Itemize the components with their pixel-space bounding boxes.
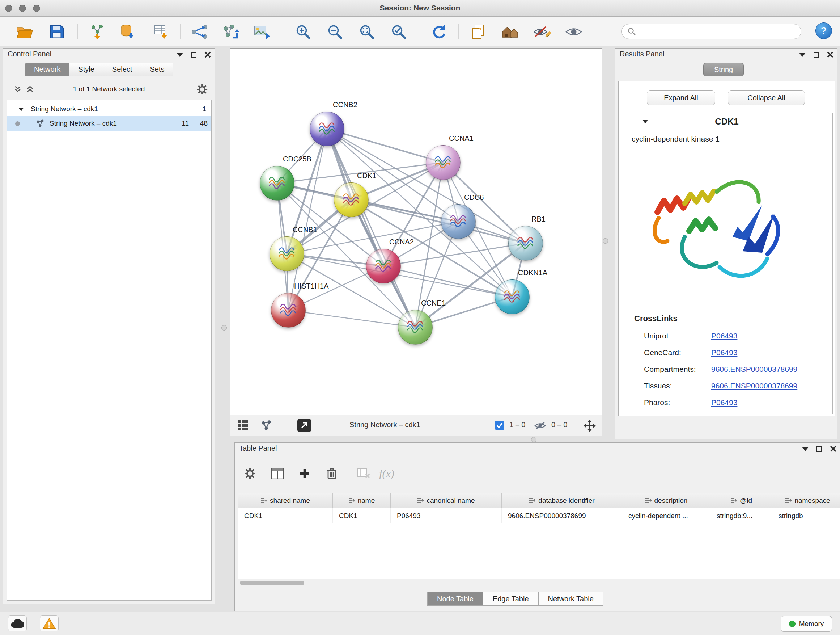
network-node-cdk1[interactable] <box>334 182 369 217</box>
right-splitter-handle[interactable] <box>603 238 608 244</box>
horizontal-splitter-handle[interactable] <box>531 437 537 442</box>
network-node-cdkn1a[interactable] <box>495 279 530 314</box>
tab-network[interactable]: Network <box>25 63 69 76</box>
column-header-description[interactable]: description <box>622 493 711 508</box>
documents-icon[interactable] <box>469 22 488 41</box>
panel-collapse-icon[interactable] <box>799 53 806 57</box>
crosslink-label: GeneCard: <box>644 348 681 357</box>
column-header-name[interactable]: name <box>333 493 391 508</box>
expand-all-button[interactable]: Expand All <box>647 90 715 105</box>
network-collection-row[interactable]: String Network – cdk1 1 <box>7 102 211 116</box>
table-row[interactable]: CDK1 CDK1 P06493 9606.ENSP00000378699 cy… <box>238 508 840 524</box>
network-edge[interactable] <box>288 310 415 327</box>
export-image-icon[interactable] <box>252 22 272 41</box>
cloud-status-button[interactable] <box>8 616 27 631</box>
left-splitter-handle[interactable] <box>221 325 227 331</box>
column-sort-icon <box>645 498 652 503</box>
network-edge[interactable] <box>327 129 443 163</box>
tab-sets[interactable]: Sets <box>141 63 173 76</box>
panel-float-icon[interactable] <box>813 52 819 57</box>
network-node-ccnb2[interactable] <box>309 111 344 146</box>
save-session-icon[interactable] <box>47 22 66 41</box>
network-node-ccne1[interactable] <box>398 310 433 345</box>
column-header-id[interactable]: @id <box>711 493 772 508</box>
network-node-label: HIST1H1A <box>294 282 329 290</box>
selected-nodes-checkbox[interactable] <box>495 421 504 430</box>
gene-card-header[interactable]: CDK1 <box>621 113 832 130</box>
network-node-cdc6[interactable] <box>441 204 476 239</box>
toolbar-search-input[interactable] <box>639 27 795 35</box>
panel-float-icon[interactable] <box>816 447 822 452</box>
crosslink-pharos-link[interactable]: P06493 <box>711 398 737 407</box>
zoom-fit-icon[interactable] <box>357 22 377 41</box>
open-session-icon[interactable] <box>15 22 34 41</box>
panel-collapse-icon[interactable] <box>177 53 183 57</box>
panel-collapse-icon[interactable] <box>802 447 808 451</box>
hidden-eye-icon[interactable] <box>534 421 546 431</box>
zoom-in-icon[interactable] <box>294 22 313 41</box>
search-icon <box>628 27 636 35</box>
tab-edge-table[interactable]: Edge Table <box>483 592 538 606</box>
zoom-selected-icon[interactable] <box>389 22 409 41</box>
new-network-from-selection-icon[interactable] <box>221 22 240 41</box>
crosslink-genecard-link[interactable]: P06493 <box>711 348 737 357</box>
open-in-new-window-icon[interactable] <box>297 418 311 432</box>
network-node-ccna1[interactable] <box>426 145 461 180</box>
home-icon[interactable] <box>501 22 520 41</box>
crosslink-tissues-link[interactable]: 9606.ENSP00000378699 <box>711 382 797 390</box>
network-node-rb1[interactable] <box>508 226 543 261</box>
network-options-gear-icon[interactable] <box>196 84 208 95</box>
memory-button[interactable]: Memory <box>781 616 832 632</box>
birds-eye-view-icon[interactable] <box>261 420 272 431</box>
add-column-icon[interactable] <box>295 464 314 483</box>
panel-float-icon[interactable] <box>191 52 196 57</box>
network-node-cdc25b[interactable] <box>260 166 294 201</box>
delete-column-icon[interactable] <box>322 464 341 483</box>
grid-view-icon[interactable] <box>237 420 249 431</box>
tab-string[interactable]: String <box>703 63 744 76</box>
warnings-button[interactable] <box>40 616 58 631</box>
first-neighbors-icon[interactable] <box>189 22 209 41</box>
show-graphics-details-icon[interactable] <box>564 22 584 41</box>
network-row-selected[interactable]: String Network – cdk1 11 48 <box>7 116 211 131</box>
column-header-database-identifier[interactable]: database identifier <box>502 493 622 508</box>
tree-caret-down-icon[interactable] <box>18 107 24 111</box>
network-edge[interactable] <box>384 266 512 297</box>
show-columns-icon[interactable] <box>268 464 287 483</box>
zoom-out-icon[interactable] <box>325 22 345 41</box>
network-canvas[interactable]: CCNB2CCNA1CDC25BCDK1CDC6RB1CCNB1CCNA2CDK… <box>230 49 602 415</box>
apply-layout-icon[interactable] <box>429 22 448 41</box>
network-edge[interactable] <box>327 129 415 327</box>
network-node-label: CCNB1 <box>293 226 317 234</box>
network-edge[interactable] <box>287 129 327 254</box>
table-options-gear-icon[interactable] <box>240 464 259 483</box>
collapse-all-button[interactable]: Collapse All <box>728 90 805 105</box>
network-node-hist1h1a[interactable] <box>271 293 306 328</box>
crosslink-compartments-link[interactable]: 9606.ENSP00000378699 <box>711 365 797 374</box>
panel-close-icon[interactable] <box>830 446 836 452</box>
protein-thumbnail <box>267 176 287 191</box>
pan-mode-icon[interactable] <box>583 419 596 432</box>
tab-node-table[interactable]: Node Table <box>427 592 483 606</box>
import-network-from-database-icon[interactable] <box>118 22 138 41</box>
help-button[interactable]: ? <box>815 22 832 39</box>
gene-description: cyclin-dependent kinase 1 <box>632 135 720 143</box>
tab-style[interactable]: Style <box>69 63 103 76</box>
scrollbar-thumb[interactable] <box>240 581 304 585</box>
column-header-canonical-name[interactable]: canonical name <box>391 493 502 508</box>
column-header-shared-name[interactable]: shared name <box>238 493 333 508</box>
crosslink-row-pharos: Pharos: P06493 <box>621 395 832 412</box>
panel-close-icon[interactable] <box>827 51 834 58</box>
import-network-from-file-icon[interactable] <box>88 22 108 41</box>
hide-graphics-details-icon[interactable] <box>532 22 552 41</box>
crosslink-uniprot-link[interactable]: P06493 <box>711 332 737 340</box>
import-table-from-file-icon[interactable] <box>152 22 171 41</box>
network-node-ccnb1[interactable] <box>270 236 304 271</box>
crosslink-row-genecard: GeneCard: P06493 <box>621 345 832 362</box>
column-header-namespace[interactable]: namespace <box>772 493 840 508</box>
network-node-ccna2[interactable] <box>366 249 401 283</box>
crosslinks-heading: CrossLinks <box>634 314 677 323</box>
panel-close-icon[interactable] <box>204 51 211 58</box>
tab-select[interactable]: Select <box>103 63 141 76</box>
tab-network-table[interactable]: Network Table <box>538 592 603 606</box>
